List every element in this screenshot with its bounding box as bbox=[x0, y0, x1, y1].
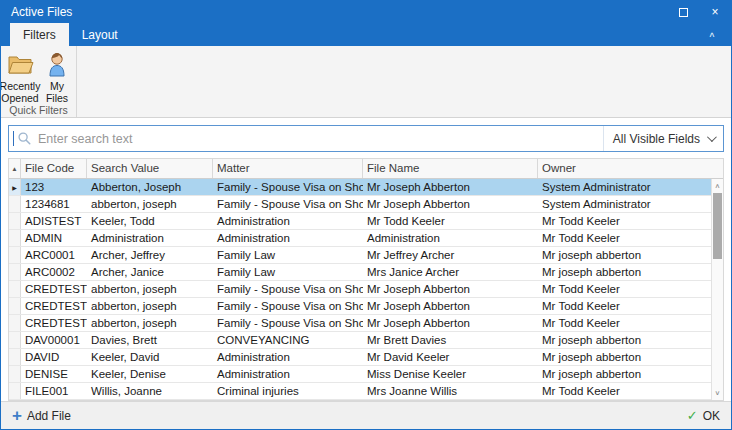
table-row[interactable]: ▶ 123 Abberton, Joseph Family - Spouse V… bbox=[9, 179, 711, 196]
scrollbar-thumb[interactable] bbox=[713, 193, 722, 259]
cell-matter: Family Law bbox=[213, 264, 363, 280]
text-cursor bbox=[13, 131, 14, 146]
cell-matter: Family - Spouse Visa on Shore bbox=[213, 196, 363, 212]
cell-file-name: Mr David Keeler bbox=[363, 349, 538, 365]
column-header-file-name[interactable]: File Name bbox=[363, 159, 538, 178]
open-folder-icon bbox=[6, 50, 34, 78]
ribbon: Recently Opened My Files Quick Filters bbox=[1, 46, 731, 118]
ok-button[interactable]: ✓ OK bbox=[687, 409, 720, 423]
column-header-search-value[interactable]: Search Value bbox=[87, 159, 213, 178]
cell-file-code: 123 bbox=[21, 179, 87, 195]
title-bar: Active Files × bbox=[1, 1, 731, 23]
cell-search-value: Davies, Brett bbox=[87, 332, 213, 348]
cell-search-value: abberton, joseph bbox=[87, 315, 213, 331]
cell-matter: Family Law bbox=[213, 247, 363, 263]
scroll-down-button[interactable]: ∨ bbox=[712, 388, 723, 398]
cell-file-name: Miss Denise Keeler bbox=[363, 366, 538, 382]
row-indicator-cell bbox=[9, 213, 21, 229]
table-row[interactable]: DENISE Keeler, Denise Administration Mis… bbox=[9, 366, 711, 383]
cell-search-value: Archer, Janice bbox=[87, 264, 213, 280]
cell-file-code: CREDTEST1 bbox=[21, 281, 87, 297]
cell-owner: System Administrator bbox=[538, 179, 711, 195]
cell-file-name: Administration bbox=[363, 230, 538, 246]
tab-layout[interactable]: Layout bbox=[69, 23, 131, 46]
tab-layout-label: Layout bbox=[82, 28, 118, 42]
cell-owner: Mr joseph abberton bbox=[538, 332, 711, 348]
cell-file-code: ADMIN bbox=[21, 230, 87, 246]
my-files-button[interactable]: My Files bbox=[39, 50, 76, 104]
add-file-button[interactable]: + Add File bbox=[12, 409, 71, 423]
window-title: Active Files bbox=[1, 5, 667, 19]
maximize-button[interactable] bbox=[667, 1, 699, 23]
maximize-icon bbox=[679, 8, 688, 17]
cell-search-value: Archer, Jeffrey bbox=[87, 247, 213, 263]
table-row[interactable]: 1234681 abberton, joseph Family - Spouse… bbox=[9, 196, 711, 213]
cell-file-name: Mr Todd Keeler bbox=[363, 213, 538, 229]
cell-search-value: Keeler, Denise bbox=[87, 366, 213, 382]
column-header-owner[interactable]: Owner bbox=[538, 159, 723, 178]
row-indicator-header: ▲ bbox=[9, 159, 21, 178]
checkmark-icon: ✓ bbox=[687, 410, 698, 422]
chevron-down-icon bbox=[707, 132, 717, 142]
cell-search-value: Willis, Joanne bbox=[87, 383, 213, 399]
cell-search-value: Keeler, Todd bbox=[87, 213, 213, 229]
search-box: All Visible Fields bbox=[8, 125, 724, 152]
chevron-up-icon: ∧ bbox=[715, 182, 721, 189]
collapse-ribbon-button[interactable]: ∧ bbox=[701, 26, 723, 43]
close-button[interactable]: × bbox=[699, 1, 731, 23]
cell-matter: Family - Spouse Visa on Shore bbox=[213, 298, 363, 314]
tab-filters[interactable]: Filters bbox=[10, 23, 69, 46]
cell-search-value: abberton, joseph bbox=[87, 196, 213, 212]
cell-file-code: CREDTEST2 bbox=[21, 298, 87, 314]
cell-file-code: ARC0002 bbox=[21, 264, 87, 280]
cell-owner: Mr Todd Keeler bbox=[538, 230, 711, 246]
cell-matter: Administration bbox=[213, 366, 363, 382]
cell-file-name: Mr Joseph Abberton bbox=[363, 281, 538, 297]
table-row[interactable]: ARC0001 Archer, Jeffrey Family Law Mr Je… bbox=[9, 247, 711, 264]
row-indicator-cell bbox=[9, 196, 21, 212]
grid-header: ▲ File Code Search Value Matter File Nam… bbox=[9, 159, 723, 179]
table-row[interactable]: CREDTEST2 abberton, joseph Family - Spou… bbox=[9, 298, 711, 315]
table-row[interactable]: CREDTEST1 abberton, joseph Family - Spou… bbox=[9, 281, 711, 298]
search-input[interactable] bbox=[32, 132, 603, 146]
tab-filters-label: Filters bbox=[23, 28, 56, 42]
cell-file-name: Mrs Janice Archer bbox=[363, 264, 538, 280]
row-indicator-cell bbox=[9, 298, 21, 314]
column-header-matter[interactable]: Matter bbox=[213, 159, 363, 178]
cell-file-code: FILE001 bbox=[21, 383, 87, 399]
search-scope-dropdown[interactable]: All Visible Fields bbox=[603, 126, 723, 151]
add-file-label: Add File bbox=[27, 409, 71, 423]
cell-matter: Family - Spouse Visa on Shore bbox=[213, 315, 363, 331]
recently-opened-label: Recently Opened bbox=[0, 80, 40, 104]
row-indicator-cell bbox=[9, 366, 21, 382]
row-indicator-cell: ▶ bbox=[9, 179, 21, 195]
recently-opened-button[interactable]: Recently Opened bbox=[2, 50, 39, 104]
quick-filters-group-label: Quick Filters bbox=[9, 104, 67, 119]
active-files-dialog: Active Files × Filters Layout ∧ bbox=[0, 0, 732, 430]
cell-file-name: Mr Brett Davies bbox=[363, 332, 538, 348]
search-area: All Visible Fields bbox=[1, 118, 731, 158]
vertical-scrollbar[interactable]: ∧ ∨ bbox=[711, 179, 723, 400]
grid-body: ▶ 123 Abberton, Joseph Family - Spouse V… bbox=[9, 179, 723, 400]
cell-file-name: Mr Jeffrey Archer bbox=[363, 247, 538, 263]
row-indicator-cell bbox=[9, 247, 21, 263]
ok-label: OK bbox=[703, 409, 720, 423]
scroll-up-button[interactable]: ∧ bbox=[712, 180, 723, 190]
table-row[interactable]: ARC0002 Archer, Janice Family Law Mrs Ja… bbox=[9, 264, 711, 281]
cell-owner: System Administrator bbox=[538, 196, 711, 212]
table-row[interactable]: CREDTEST3 abberton, joseph Family - Spou… bbox=[9, 315, 711, 332]
cell-search-value: Administration bbox=[87, 230, 213, 246]
table-row[interactable]: DAV00001 Davies, Brett CONVEYANCING Mr B… bbox=[9, 332, 711, 349]
table-row[interactable]: ADMIN Administration Administration Admi… bbox=[9, 230, 711, 247]
table-row[interactable]: DAVID Keeler, David Administration Mr Da… bbox=[9, 349, 711, 366]
table-row[interactable]: ADISTEST Keeler, Todd Administration Mr … bbox=[9, 213, 711, 230]
table-row[interactable]: FILE001 Willis, Joanne Criminal injuries… bbox=[9, 383, 711, 400]
cell-search-value: Keeler, David bbox=[87, 349, 213, 365]
cell-file-name: Mr Joseph Abberton bbox=[363, 179, 538, 195]
cell-matter: Family - Spouse Visa on Shore bbox=[213, 179, 363, 195]
close-icon: × bbox=[711, 6, 718, 18]
cell-matter: Family - Spouse Visa on Shore bbox=[213, 281, 363, 297]
search-icon bbox=[17, 131, 32, 146]
cell-file-code: ARC0001 bbox=[21, 247, 87, 263]
column-header-file-code[interactable]: File Code bbox=[21, 159, 87, 178]
